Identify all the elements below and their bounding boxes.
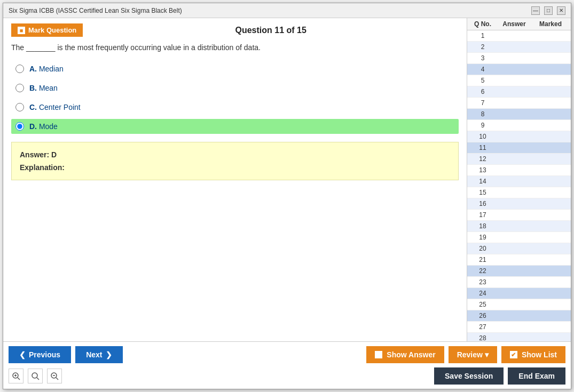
sidebar-q-number: 11	[469, 143, 496, 152]
sidebar-row[interactable]: 26	[467, 310, 571, 322]
sidebar-q-number: 3	[469, 54, 496, 62]
sidebar-q-number: 17	[469, 211, 496, 219]
radio-c[interactable]	[15, 103, 24, 111]
sidebar-row[interactable]: 21	[467, 254, 571, 266]
sidebar-answer-cell	[496, 289, 532, 298]
restore-button[interactable]: □	[544, 6, 553, 15]
sidebar-row[interactable]: 22	[467, 266, 571, 277]
sidebar-col2: Answer	[496, 20, 532, 28]
sidebar-row[interactable]: 16	[467, 198, 571, 210]
sidebar-row[interactable]: 9	[467, 120, 571, 131]
square-icon	[375, 351, 382, 358]
sidebar-answer-cell	[496, 121, 532, 130]
sidebar-row[interactable]: 8	[467, 109, 571, 120]
sidebar-row[interactable]: 19	[467, 232, 571, 243]
sidebar-row[interactable]: 7	[467, 98, 571, 109]
option-b[interactable]: B. Mean	[11, 81, 459, 95]
window-title: Six Sigma ICBB (IASSC Certified Lean Six…	[9, 7, 182, 14]
sidebar-marked-cell	[532, 311, 569, 320]
sidebar-answer-cell	[496, 278, 532, 286]
option-d[interactable]: D. Mode	[11, 119, 459, 134]
sidebar-q-number: 12	[469, 155, 496, 163]
sidebar-row[interactable]: 3	[467, 53, 571, 64]
explanation-text: Explanation:	[20, 163, 450, 172]
sidebar-answer-cell	[496, 300, 532, 309]
option-c[interactable]: C. Center Point	[11, 100, 459, 115]
check-icon: ■	[18, 27, 25, 34]
sidebar-answer-cell	[496, 132, 532, 141]
option-a[interactable]: A. Median	[11, 61, 459, 76]
sidebar-marked-cell	[532, 76, 569, 85]
sidebar-q-number: 28	[469, 334, 496, 341]
sidebar-row[interactable]: 1	[467, 30, 571, 42]
show-answer-button[interactable]: Show Answer	[366, 346, 444, 363]
radio-b[interactable]	[15, 84, 24, 92]
sidebar-q-number: 19	[469, 233, 496, 242]
sidebar-marked-cell	[532, 166, 569, 174]
svg-point-4	[32, 373, 37, 378]
sidebar-row[interactable]: 11	[467, 142, 571, 154]
sidebar-q-number: 23	[469, 278, 496, 286]
mark-question-button[interactable]: ■ Mark Question	[11, 23, 83, 37]
sidebar-row[interactable]: 4	[467, 64, 571, 75]
radio-a[interactable]	[15, 65, 24, 73]
radio-d[interactable]	[15, 122, 24, 131]
left-chevron-icon: ❮	[19, 350, 26, 359]
sidebar-marked-cell	[532, 300, 569, 309]
sidebar-q-number: 21	[469, 255, 496, 264]
zoom-normal-button[interactable]	[28, 369, 43, 383]
sidebar-q-number: 20	[469, 244, 496, 253]
sidebar-list[interactable]: 1234567891011121314151617181920212223242…	[467, 30, 571, 341]
option-c-label: C. Center Point	[29, 103, 81, 111]
sidebar-marked-cell	[532, 43, 569, 51]
save-session-button[interactable]: Save Session	[434, 367, 504, 385]
close-button[interactable]: ✕	[557, 6, 565, 15]
sidebar-row[interactable]: 12	[467, 154, 571, 165]
sidebar-marked-cell	[532, 121, 569, 130]
next-button[interactable]: Next ❯	[75, 346, 122, 363]
sidebar-q-number: 26	[469, 311, 496, 320]
title-bar: Six Sigma ICBB (IASSC Certified Lean Six…	[3, 3, 571, 18]
sidebar-row[interactable]: 13	[467, 165, 571, 176]
svg-line-7	[56, 378, 58, 380]
sidebar-marked-cell	[532, 323, 569, 331]
sidebar-row[interactable]: 17	[467, 210, 571, 221]
review-button[interactable]: Review ▾	[449, 346, 497, 363]
zoom-out-button[interactable]	[47, 369, 62, 383]
end-exam-button[interactable]: End Exam	[508, 367, 565, 385]
sidebar-marked-cell	[532, 211, 569, 219]
sidebar-row[interactable]: 2	[467, 42, 571, 53]
zoom-in-icon	[12, 372, 20, 380]
sidebar-row[interactable]: 28	[467, 333, 571, 341]
previous-button[interactable]: ❮ Previous	[9, 346, 71, 363]
sidebar-row[interactable]: 10	[467, 131, 571, 142]
sidebar-marked-cell	[532, 278, 569, 286]
sidebar-row[interactable]: 6	[467, 86, 571, 98]
sidebar-row[interactable]: 23	[467, 277, 571, 288]
sidebar-row[interactable]: 24	[467, 288, 571, 299]
sidebar-row[interactable]: 20	[467, 243, 571, 254]
sidebar-row[interactable]: 27	[467, 322, 571, 333]
sidebar-marked-cell	[532, 267, 569, 275]
sidebar-row[interactable]: 14	[467, 176, 571, 187]
show-list-button[interactable]: ✔ Show List	[501, 346, 565, 363]
sidebar-row[interactable]: 5	[467, 75, 571, 86]
sidebar-row[interactable]: 18	[467, 221, 571, 232]
sidebar-answer-cell	[496, 99, 532, 107]
sidebar-marked-cell	[532, 155, 569, 163]
sidebar-answer-cell	[496, 188, 532, 197]
app-window: Six Sigma ICBB (IASSC Certified Lean Six…	[3, 3, 571, 389]
sidebar-marked-cell	[532, 143, 569, 152]
sidebar-header: Q No. Answer Marked	[467, 18, 571, 30]
sidebar-marked-cell	[532, 31, 569, 40]
zoom-in-button[interactable]	[9, 369, 23, 383]
svg-line-5	[37, 378, 39, 380]
sidebar-row[interactable]: 25	[467, 299, 571, 310]
sidebar-marked-cell	[532, 334, 569, 341]
sidebar-answer-cell	[496, 323, 532, 331]
sidebar-row[interactable]: 15	[467, 187, 571, 198]
minimize-button[interactable]: —	[531, 6, 540, 15]
sidebar-q-number: 7	[469, 99, 496, 107]
sidebar-marked-cell	[532, 65, 569, 74]
sidebar-answer-cell	[496, 311, 532, 320]
